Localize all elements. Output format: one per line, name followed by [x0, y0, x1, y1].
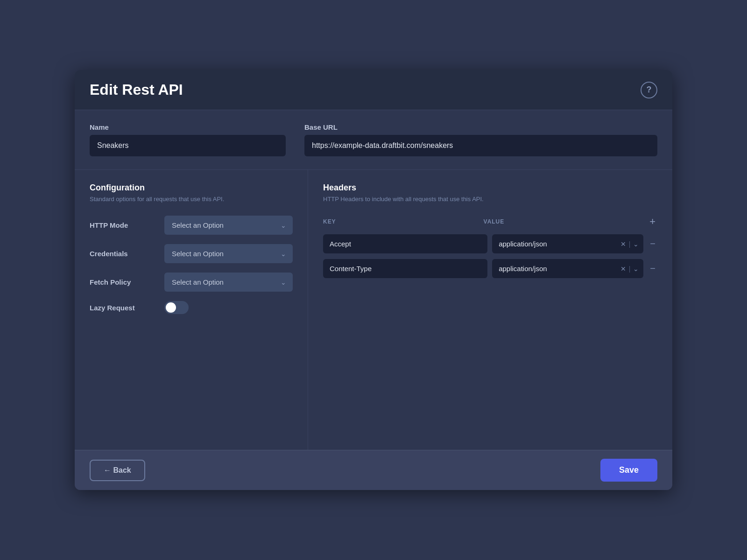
- clear-value-icon-2[interactable]: ✕: [620, 265, 626, 273]
- config-desc: Standard options for all requests that u…: [90, 196, 293, 203]
- http-mode-select[interactable]: Select an Option: [164, 216, 293, 235]
- fetch-policy-label: Fetch Policy: [90, 278, 164, 286]
- header-row: ✕ | ⌄ −: [323, 234, 657, 253]
- clear-value-icon-1[interactable]: ✕: [620, 240, 626, 248]
- header-value-input-1[interactable]: [492, 234, 616, 253]
- headers-title: Headers: [323, 183, 657, 193]
- header-key-input-1[interactable]: [323, 234, 487, 253]
- credentials-select[interactable]: Select an Option: [164, 244, 293, 263]
- chevron-down-icon-2[interactable]: ⌄: [633, 265, 639, 273]
- divider-1: |: [628, 240, 632, 248]
- help-button[interactable]: ?: [641, 82, 657, 98]
- header-value-actions-1: ✕ | ⌄: [616, 240, 644, 248]
- base-url-label: Base URL: [304, 123, 657, 131]
- header-value-wrapper-2: ✕ | ⌄: [492, 259, 643, 278]
- name-label: Name: [90, 123, 286, 131]
- base-url-input[interactable]: [304, 135, 657, 156]
- chevron-down-icon-1[interactable]: ⌄: [633, 240, 639, 248]
- fetch-policy-select-wrapper: Select an Option ⌄: [164, 273, 293, 292]
- lazy-request-label: Lazy Request: [90, 304, 164, 312]
- modal-title: Edit Rest API: [90, 81, 183, 98]
- credentials-row: Credentials Select an Option ⌄: [90, 244, 293, 263]
- fetch-policy-select[interactable]: Select an Option: [164, 273, 293, 292]
- name-url-row: Name Base URL: [75, 110, 672, 170]
- headers-col-key-label: KEY: [323, 218, 484, 225]
- header-value-input-2[interactable]: [492, 259, 616, 278]
- name-input[interactable]: [90, 135, 286, 156]
- toggle-knob: [166, 302, 176, 313]
- add-header-button[interactable]: +: [648, 216, 657, 228]
- footer: ← Back Save: [75, 450, 672, 490]
- lazy-request-toggle[interactable]: [164, 301, 189, 314]
- name-field-group: Name: [90, 123, 286, 156]
- config-panel: Configuration Standard options for all r…: [75, 170, 308, 450]
- edit-rest-api-modal: Edit Rest API ? Name Base URL Configurat…: [75, 70, 672, 490]
- header-row: ✕ | ⌄ −: [323, 259, 657, 278]
- remove-header-button-2[interactable]: −: [648, 263, 657, 274]
- headers-table-header: KEY VALUE +: [323, 216, 657, 228]
- http-mode-select-wrapper: Select an Option ⌄: [164, 216, 293, 235]
- credentials-select-wrapper: Select an Option ⌄: [164, 244, 293, 263]
- divider-2: |: [628, 265, 632, 273]
- back-button[interactable]: ← Back: [90, 460, 145, 481]
- remove-header-button-1[interactable]: −: [648, 238, 657, 249]
- main-content: Configuration Standard options for all r…: [75, 170, 672, 450]
- headers-panel: Headers HTTP Headers to include with all…: [308, 170, 672, 450]
- config-title: Configuration: [90, 183, 293, 193]
- lazy-request-row: Lazy Request: [90, 301, 293, 314]
- header-value-wrapper-1: ✕ | ⌄: [492, 234, 643, 253]
- credentials-label: Credentials: [90, 250, 164, 258]
- save-button[interactable]: Save: [600, 459, 657, 482]
- fetch-policy-row: Fetch Policy Select an Option ⌄: [90, 273, 293, 292]
- http-mode-row: HTTP Mode Select an Option ⌄: [90, 216, 293, 235]
- headers-desc: HTTP Headers to include with all request…: [323, 196, 657, 203]
- modal-header: Edit Rest API ?: [75, 70, 672, 110]
- header-key-input-2[interactable]: [323, 259, 487, 278]
- http-mode-label: HTTP Mode: [90, 221, 164, 229]
- headers-col-value-label: VALUE: [484, 218, 644, 225]
- base-url-field-group: Base URL: [304, 123, 657, 156]
- header-value-actions-2: ✕ | ⌄: [616, 265, 644, 273]
